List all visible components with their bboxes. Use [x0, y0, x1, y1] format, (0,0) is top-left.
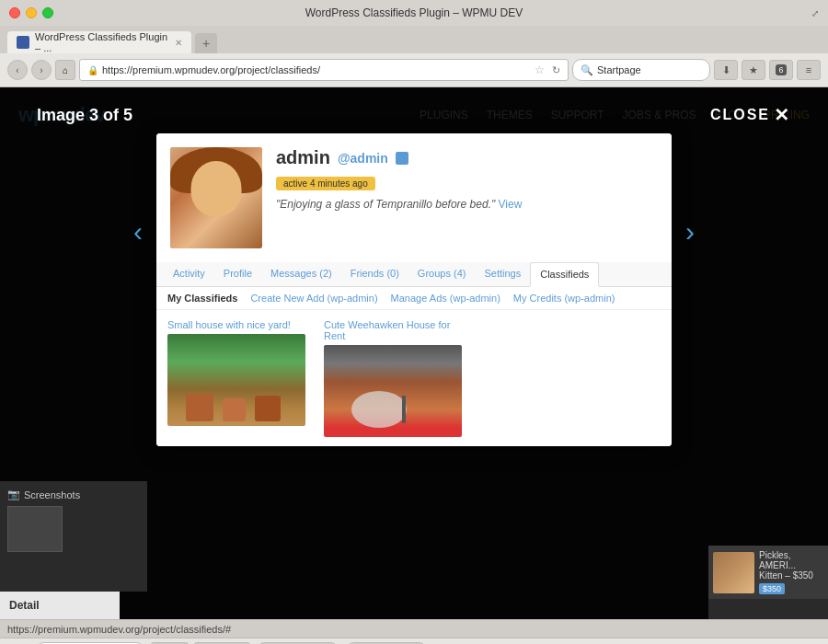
lightbox-header: Image 3 of 5 CLOSE ✕ [0, 97, 828, 133]
expand-icon[interactable]: ⤢ [811, 8, 819, 18]
tab-friends[interactable]: Friends (0) [341, 262, 408, 286]
avatar-face [191, 161, 242, 216]
tab-settings[interactable]: Settings [475, 262, 530, 286]
browser-title: WordPress Classifieds Plugin – WPMU DEV [305, 6, 523, 19]
sub-tab-create-new[interactable]: Create New Add (wp-admin) [250, 293, 377, 304]
sub-tab-manage-ads[interactable]: Manage Ads (wp-admin) [391, 293, 500, 304]
close-window-button[interactable] [9, 7, 20, 18]
lightbox-overlay: Image 3 of 5 CLOSE ✕ ‹ [0, 87, 828, 619]
next-arrow-button[interactable]: › [672, 207, 708, 257]
profile-name-row: admin @admin [276, 147, 658, 168]
active-status-badge: active 4 minutes ago [276, 177, 375, 190]
image-counter: Image 3 of 5 [37, 106, 132, 125]
find-bar: Find: Next Previous Highlight all Match … [0, 638, 828, 644]
sub-tabs-row: My Classifieds Create New Add (wp-admin)… [156, 287, 672, 310]
profile-verified-icon [396, 152, 408, 165]
profile-quote: "Enjoying a glass of Tempranillo before … [276, 198, 658, 211]
listings-row: Small house with nice yard! Cute Weehawk… [156, 310, 672, 446]
maximize-window-button[interactable] [42, 7, 53, 18]
browser-chrome: WordPress Classifieds Plugin – WPMU DEV … [0, 0, 828, 87]
detail-panel: Detail [0, 592, 120, 619]
tab-close-button[interactable]: ✕ [175, 38, 182, 48]
new-tab-button[interactable]: + [195, 33, 217, 53]
kitten-card[interactable]: Pickles, AMERI... Kitten – $350 $350 [708, 546, 828, 599]
avatar [170, 147, 262, 248]
search-icon: 🔍 [581, 64, 593, 76]
listing-thumb-1 [167, 334, 305, 426]
listing-title-2[interactable]: Cute Weehawken House for Rent [324, 319, 471, 341]
bookmark-button[interactable]: ★ [742, 60, 765, 80]
browser-search-field[interactable]: 🔍 Startpage [572, 59, 710, 81]
profile-tabs: Activity Profile Messages (2) Friends (0… [156, 262, 672, 287]
screenshots-text: Screenshots [24, 489, 80, 500]
screenshots-label: 📷 Screenshots [7, 489, 140, 500]
status-url: https://premium.wpmudev.org/project/clas… [7, 624, 231, 635]
home-button[interactable]: ⌂ [55, 60, 75, 80]
new-tab-icon: + [202, 36, 210, 51]
camera-icon: 📷 [7, 489, 20, 500]
status-bar: https://premium.wpmudev.org/project/clas… [0, 619, 828, 638]
lightbox-wrapper: ‹ admin @admin [0, 133, 828, 446]
detail-label: Detail [9, 599, 40, 612]
address-field[interactable]: 🔒 https://premium.wpmudev.org/project/cl… [79, 59, 569, 81]
prev-arrow-button[interactable]: ‹ [120, 207, 156, 257]
garden-thumbnail [167, 334, 305, 426]
address-bar-row: ‹ › ⌂ 🔒 https://premium.wpmudev.org/proj… [0, 53, 828, 86]
listing-thumb-2 [324, 345, 462, 437]
quote-text: "Enjoying a glass of Tempranillo before … [276, 198, 495, 211]
forward-button[interactable]: › [31, 60, 52, 80]
traffic-lights [9, 7, 53, 18]
tab-label: WordPress Classifieds Plugin – ... [35, 31, 169, 53]
tab-classifieds[interactable]: Classifieds [530, 262, 599, 287]
list-item: Cute Weehawken House for Rent [324, 319, 471, 437]
list-item: Small house with nice yard! [167, 319, 315, 437]
page-content: wpmudev PLUGINS THEMES SUPPORT JOBS & PR… [0, 87, 828, 619]
tab-groups[interactable]: Groups (4) [408, 262, 476, 286]
tab-profile[interactable]: Profile [214, 262, 261, 286]
profile-handle[interactable]: @admin [338, 151, 388, 166]
bookmark-icon[interactable]: ☆ [535, 63, 545, 76]
lock-icon: 🔒 [87, 65, 98, 75]
sub-tab-my-classifieds[interactable]: My Classifieds [167, 293, 237, 304]
profile-info: admin @admin active 4 minutes ago "Enjoy… [276, 147, 658, 211]
tab-activity[interactable]: Activity [164, 262, 214, 286]
kitten-thumbnail [713, 552, 754, 593]
browser-tab[interactable]: WordPress Classifieds Plugin – ... ✕ [7, 31, 191, 53]
search-placeholder: Startpage [597, 64, 641, 75]
minimize-window-button[interactable] [26, 7, 37, 18]
right-panel: Pickles, AMERI... Kitten – $350 $350 [708, 546, 828, 619]
tab-favicon [17, 36, 29, 49]
listing-title-1[interactable]: Small house with nice yard! [167, 319, 315, 330]
reload-icon[interactable]: ↻ [552, 64, 560, 76]
kitten-subtitle: Kitten – $350 [759, 570, 823, 581]
extensions-button[interactable]: 6 [769, 60, 793, 80]
profile-section: admin @admin active 4 minutes ago "Enjoy… [156, 133, 672, 262]
view-link[interactable]: View [499, 198, 523, 211]
url-text: https://premium.wpmudev.org/project/clas… [102, 64, 531, 75]
tab-bar: WordPress Classifieds Plugin – ... ✕ + [0, 26, 828, 53]
profile-name: admin [276, 147, 330, 168]
tab-messages[interactable]: Messages (2) [261, 262, 341, 286]
kitten-price-badge: $350 [759, 583, 785, 594]
close-x-icon: ✕ [774, 104, 791, 126]
menu-button[interactable]: ≡ [797, 60, 821, 80]
close-label: CLOSE [710, 107, 770, 123]
table-thumbnail [324, 345, 462, 437]
downloads-button[interactable]: ⬇ [714, 60, 738, 80]
screenshots-panel: 📷 Screenshots [0, 481, 147, 592]
lightbox-content: admin @admin active 4 minutes ago "Enjoy… [156, 133, 672, 446]
screenshot-thumbnail[interactable] [7, 506, 63, 552]
sub-tab-my-credits[interactable]: My Credits (wp-admin) [513, 293, 615, 304]
avatar-image [170, 147, 262, 248]
title-bar: WordPress Classifieds Plugin – WPMU DEV … [0, 0, 828, 26]
close-button[interactable]: CLOSE ✕ [710, 104, 791, 126]
kitten-name: Pickles, AMERI... [759, 550, 823, 570]
kitten-info: Pickles, AMERI... Kitten – $350 $350 [759, 550, 823, 594]
back-button[interactable]: ‹ [7, 60, 28, 80]
badge-count: 6 [776, 64, 786, 75]
